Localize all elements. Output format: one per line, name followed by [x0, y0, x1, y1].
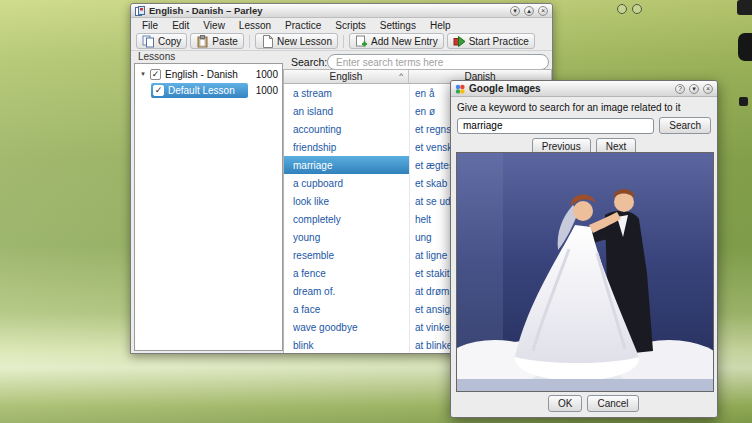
menu-settings[interactable]: Settings: [373, 20, 423, 31]
column-header-english-label: English: [330, 71, 363, 82]
new-lesson-button[interactable]: New Lesson: [255, 33, 338, 49]
window-titlebar[interactable]: English - Danish – Parley ▾ ▴ ×: [131, 4, 552, 18]
search-input[interactable]: [327, 54, 549, 70]
wedding-couple-photo: [457, 153, 713, 391]
paste-button[interactable]: Paste: [190, 33, 244, 49]
menu-help[interactable]: Help: [423, 20, 458, 31]
dialog-shade-button[interactable]: ▾: [689, 84, 699, 94]
paste-label: Paste: [212, 36, 238, 47]
toolbar: Copy Paste New Lesson Add Ne: [131, 32, 552, 51]
dialog-title: Google Images: [469, 83, 671, 94]
lesson-root-row[interactable]: ▾ ✓ English - Danish 1000: [135, 66, 282, 82]
lessons-tree[interactable]: ▾ ✓ English - Danish 1000 ✓ Default Less…: [134, 63, 283, 351]
menu-scripts[interactable]: Scripts: [328, 20, 373, 31]
copy-button[interactable]: Copy: [136, 33, 187, 49]
copy-icon: [142, 35, 155, 48]
lesson-checkbox[interactable]: ✓: [153, 85, 164, 96]
menu-view[interactable]: View: [196, 20, 232, 31]
lesson-checkbox[interactable]: ✓: [150, 69, 161, 80]
start-practice-button[interactable]: Start Practice: [447, 33, 535, 49]
start-practice-icon: [453, 35, 466, 48]
add-new-entry-label: Add New Entry: [371, 36, 438, 47]
lesson-label[interactable]: Default Lesson: [168, 85, 235, 96]
start-practice-label: Start Practice: [469, 36, 529, 47]
new-lesson-label: New Lesson: [277, 36, 332, 47]
desktop-ornament-circle: [617, 4, 627, 14]
cell-english[interactable]: wave goodbye: [284, 318, 409, 336]
cell-english[interactable]: dream of.: [284, 282, 409, 300]
menu-practice[interactable]: Practice: [278, 20, 328, 31]
keyword-input[interactable]: [457, 118, 654, 134]
cell-english[interactable]: a cupboard: [284, 174, 409, 192]
parley-app-icon: [135, 6, 145, 16]
minimize-button[interactable]: ▾: [510, 6, 520, 16]
cancel-button[interactable]: Cancel: [587, 395, 638, 412]
maximize-button[interactable]: ▴: [524, 6, 534, 16]
cell-english[interactable]: an island: [284, 102, 409, 120]
google-images-dialog: Google Images ? ▾ × Give a keyword to se…: [450, 80, 718, 418]
copy-label: Copy: [158, 36, 181, 47]
google-images-icon: [455, 84, 465, 94]
keyword-prompt: Give a keyword to search for an image re…: [457, 102, 711, 113]
image-result-frame: [456, 152, 714, 392]
dialog-close-button[interactable]: ×: [703, 84, 713, 94]
cell-english[interactable]: blink: [284, 336, 409, 353]
desktop-widget-clipped: [738, 33, 752, 61]
cell-english[interactable]: marriage: [284, 156, 409, 174]
cell-english[interactable]: accounting: [284, 120, 409, 138]
lessons-panel: Lessons ▾ ✓ English - Danish 1000 ✓ Defa…: [134, 51, 283, 351]
new-lesson-icon: [261, 35, 274, 48]
cell-english[interactable]: young: [284, 228, 409, 246]
cell-english[interactable]: completely: [284, 210, 409, 228]
paste-icon: [196, 35, 209, 48]
desktop-ornament-circle: [632, 4, 642, 14]
lesson-count: 1000: [248, 69, 278, 80]
cell-english[interactable]: resemble: [284, 246, 409, 264]
menu-file[interactable]: File: [135, 20, 165, 31]
cell-english[interactable]: friendship: [284, 138, 409, 156]
ok-button[interactable]: OK: [548, 395, 582, 412]
desktop-widget-clipped: [737, 0, 752, 15]
cell-english[interactable]: a fence: [284, 264, 409, 282]
cell-english[interactable]: look like: [284, 192, 409, 210]
window-title: English - Danish – Parley: [149, 5, 506, 16]
cell-english[interactable]: a stream: [284, 84, 409, 102]
menu-edit[interactable]: Edit: [165, 20, 196, 31]
close-button[interactable]: ×: [538, 6, 548, 16]
expander-icon[interactable]: ▾: [138, 70, 148, 78]
cell-english[interactable]: a face: [284, 300, 409, 318]
sort-ascending-icon: ^: [399, 71, 403, 80]
lesson-child-row[interactable]: ✓ Default Lesson 1000: [135, 82, 282, 98]
toolbar-separator: [343, 35, 344, 48]
search-button[interactable]: Search: [659, 117, 711, 134]
search-label: Search:: [291, 56, 327, 68]
lessons-panel-title: Lessons: [134, 51, 283, 63]
dialog-titlebar[interactable]: Google Images ? ▾ ×: [451, 81, 717, 97]
menu-lesson[interactable]: Lesson: [232, 20, 278, 31]
menu-bar: FileEditViewLessonPracticeScriptsSetting…: [131, 18, 552, 32]
lesson-count: 1000: [248, 85, 278, 96]
add-new-entry-icon: [355, 35, 368, 48]
add-new-entry-button[interactable]: Add New Entry: [349, 33, 444, 49]
lesson-label[interactable]: English - Danish: [165, 69, 238, 80]
dialog-help-button[interactable]: ?: [675, 84, 685, 94]
desktop-widget-clipped: [739, 97, 748, 106]
toolbar-separator: [249, 35, 250, 48]
column-header-english[interactable]: English ^: [284, 70, 409, 83]
